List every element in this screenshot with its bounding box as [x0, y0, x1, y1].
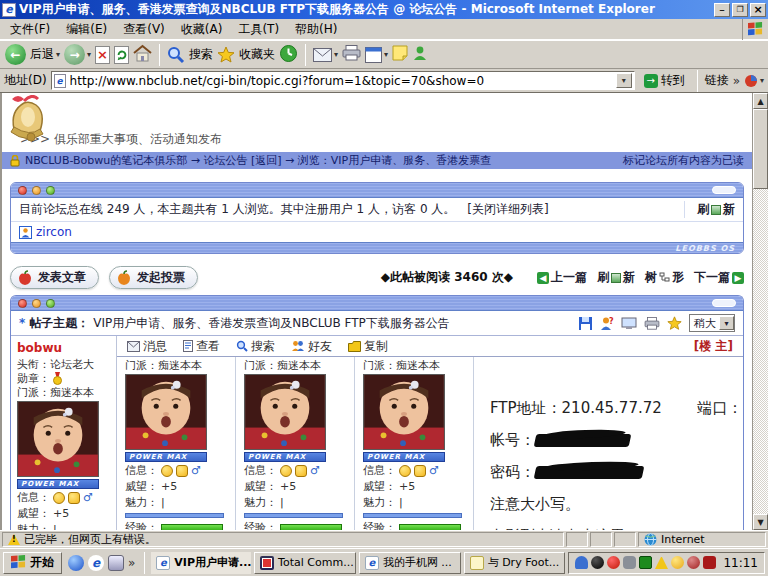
close-button[interactable] [750, 3, 766, 17]
menu-file[interactable]: 文件(F) [2, 19, 58, 40]
scroll-down-button[interactable] [753, 514, 768, 530]
poster-medal-row: 勋章： [17, 371, 114, 385]
media-player-icon[interactable] [68, 555, 84, 571]
edit-button[interactable] [365, 47, 388, 63]
ati-icon[interactable] [703, 556, 716, 569]
prev-topic-link[interactable]: 上一篇 [537, 269, 587, 286]
close-detail-link[interactable]: [关闭详细列表] [467, 201, 548, 218]
menu-view[interactable]: 查看(V) [115, 19, 173, 40]
task-button-totalcmd[interactable]: Total Comm... [254, 552, 356, 574]
search-button[interactable]: 搜索 [167, 46, 213, 64]
history-button[interactable] [279, 44, 298, 66]
ftp-line: FTP地址：210.45.77.72 端口：1021 [490, 399, 735, 418]
new-vote-button[interactable]: 发起投票 [109, 266, 198, 289]
tray-user-icon[interactable] [575, 556, 588, 569]
post-area: 消息 查看 搜索 好友 [117, 336, 743, 530]
address-dropdown-button[interactable] [616, 73, 632, 88]
vertical-scrollbar[interactable] [752, 93, 768, 530]
forward-icon [64, 44, 85, 65]
forward-button[interactable] [64, 44, 91, 65]
mail-dropdown-icon[interactable] [334, 50, 338, 59]
signature-card: 门派：痴迷本本 [355, 357, 474, 530]
breadcrumb-path[interactable]: NBCLUB-Bobwu的笔记本俱乐部 → 论坛公告 [返回] → 浏览：VIP… [25, 153, 491, 168]
scroll-up-button[interactable] [753, 93, 768, 109]
links-label[interactable]: 链接 [705, 72, 729, 89]
font-size-select[interactable]: 稍大 [689, 314, 735, 332]
refresh-topic-link[interactable]: 刷 新 [597, 269, 635, 286]
go-button[interactable]: 转到 [639, 71, 690, 91]
start-button[interactable]: 开始 [3, 552, 62, 574]
menu-tools[interactable]: 工具(T) [230, 19, 287, 40]
minimize-button[interactable] [714, 3, 730, 17]
menu-edit[interactable]: 编辑(E) [58, 19, 115, 40]
profile-icon[interactable]: ? [600, 316, 614, 331]
comet-icon[interactable] [607, 556, 620, 569]
ie-quicklaunch-icon[interactable] [88, 555, 104, 571]
ie-window-icon [2, 3, 16, 17]
copy-button[interactable]: 复制 [348, 338, 388, 355]
friends-button[interactable]: 好友 [291, 338, 332, 355]
scroll-thumb[interactable] [753, 109, 768, 189]
favorite-star-icon[interactable] [667, 316, 682, 331]
forward-dropdown-icon[interactable] [87, 50, 91, 59]
select-dropdown-icon[interactable] [719, 316, 734, 330]
view-button[interactable]: 查看 [183, 338, 220, 355]
address-input[interactable]: e http://www.nbclub.net/cgi-bin/topic.cg… [51, 71, 635, 90]
back-button[interactable]: 后退 [5, 44, 60, 65]
outlook-icon[interactable] [108, 555, 124, 571]
stat-info: 信息： [17, 490, 114, 505]
poster-rank: 头衔：论坛老大 [17, 357, 114, 371]
scroll-track[interactable] [753, 189, 768, 514]
address-url[interactable]: http://www.nbclub.net/cgi-bin/topic.cgi?… [70, 74, 612, 88]
taskbar-clock[interactable]: 11:11 [723, 556, 758, 570]
poster-name[interactable]: bobwu [17, 341, 114, 355]
favorites-star-icon [217, 46, 235, 64]
print-icon[interactable] [644, 317, 660, 330]
menu-help[interactable]: 帮助(H) [287, 19, 345, 40]
home-icon [133, 44, 152, 62]
stop-button[interactable] [95, 46, 110, 64]
card-clan: 门派：痴迷本本 [125, 358, 233, 372]
home-button[interactable] [133, 44, 152, 65]
tray-warning-icon[interactable] [655, 557, 668, 569]
mark-all-read-link[interactable]: 标记论坛所有内容为已读 [623, 153, 744, 168]
edit-dropdown-icon[interactable] [384, 50, 388, 59]
favorites-button[interactable]: 收藏夹 [217, 46, 275, 64]
new-post-button[interactable]: 发表文章 [10, 266, 99, 289]
lock-icon [10, 155, 20, 167]
snagit-button[interactable] [744, 74, 764, 88]
links-chevron-icon[interactable] [733, 74, 740, 88]
save-icon[interactable] [578, 316, 593, 331]
task-button-mobile-site[interactable]: 我的手机网 ... [359, 552, 461, 574]
zone-label: Internet [661, 533, 705, 546]
note-icon [392, 45, 408, 61]
warning-icon[interactable] [8, 534, 20, 545]
tray-smiley-icon[interactable] [671, 556, 684, 569]
tray-red-icon[interactable] [687, 556, 700, 569]
monitor-check-icon[interactable] [639, 556, 652, 569]
back-dropdown-icon[interactable] [56, 50, 60, 59]
messenger-button[interactable] [412, 45, 428, 64]
search-posts-button[interactable]: 搜索 [236, 338, 275, 355]
discuss-button[interactable] [392, 45, 408, 64]
monitor-icon[interactable] [621, 317, 637, 330]
restore-button[interactable] [732, 3, 748, 17]
task-button-dryfoot[interactable]: 与 Dry Foot... [464, 552, 566, 574]
viewer-user-link[interactable]: zircon [19, 225, 72, 239]
refresh-button[interactable] [114, 46, 129, 64]
quicklaunch-chevron-icon[interactable] [128, 556, 135, 570]
task-button-vip[interactable]: VIP用户申请... [151, 552, 251, 574]
print-button[interactable] [342, 45, 361, 64]
mail-button[interactable] [313, 48, 338, 62]
message-button[interactable]: 消息 [127, 338, 167, 355]
tree-view-link[interactable]: 树 形 [645, 269, 684, 286]
menu-favorites[interactable]: 收藏(A) [173, 19, 231, 40]
gamepad-icon[interactable] [623, 556, 636, 569]
charm-bar [244, 513, 343, 518]
refresh-list-link[interactable]: 刷 新 [684, 201, 735, 218]
engine-tag: LEOBBS OS [675, 244, 735, 253]
qq-penguin-icon[interactable] [591, 556, 604, 569]
windows-logo-icon [742, 19, 768, 40]
next-topic-link[interactable]: 下一篇 [694, 269, 744, 286]
movie-list-link[interactable]: 电影列表请点击这里 [490, 527, 735, 530]
